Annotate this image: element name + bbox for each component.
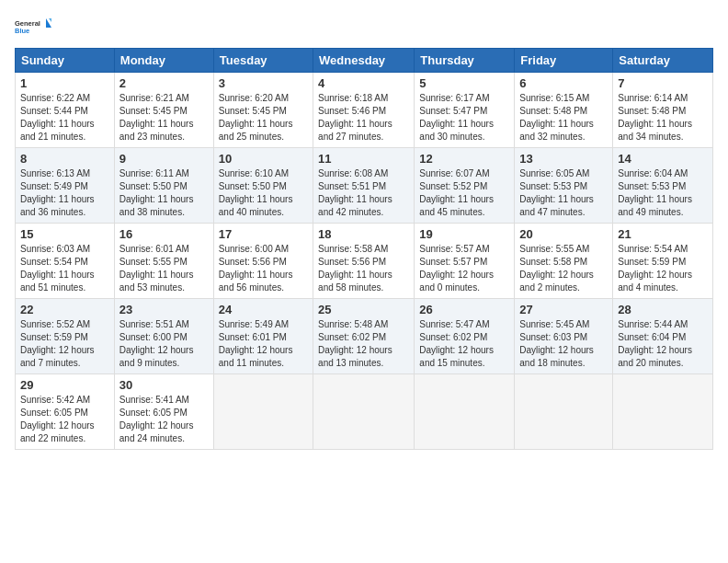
day-cell — [213, 374, 313, 450]
sunrise-label: Sunrise: 6:22 AM — [20, 93, 90, 103]
sunset-label: Sunset: 5:45 PM — [219, 106, 287, 116]
day-number: 21 — [618, 227, 708, 241]
sunset-label: Sunset: 6:05 PM — [119, 408, 188, 418]
day-info: Sunrise: 6:01 AM Sunset: 5:55 PM Dayligh… — [119, 243, 209, 294]
sunset-label: Sunset: 5:53 PM — [519, 181, 587, 191]
sunrise-label: Sunrise: 5:42 AM — [20, 395, 90, 405]
day-info: Sunrise: 6:08 AM Sunset: 5:51 PM Dayligh… — [318, 167, 409, 219]
day-number: 3 — [219, 76, 308, 90]
day-number: 29 — [20, 378, 109, 392]
day-number: 18 — [318, 227, 409, 241]
sunset-label: Sunset: 6:00 PM — [119, 332, 188, 342]
daylight-label: Daylight: 12 hours and 15 minutes. — [419, 345, 494, 368]
sunrise-label: Sunrise: 5:45 AM — [519, 319, 589, 329]
sunrise-label: Sunrise: 6:11 AM — [119, 168, 189, 178]
day-info: Sunrise: 6:17 AM Sunset: 5:47 PM Dayligh… — [419, 92, 509, 144]
daylight-label: Daylight: 11 hours and 56 minutes. — [219, 270, 293, 293]
day-number: 8 — [20, 152, 109, 166]
sunrise-label: Sunrise: 5:55 AM — [519, 244, 589, 254]
daylight-label: Daylight: 11 hours and 34 minutes. — [618, 119, 692, 142]
day-cell: 4 Sunrise: 6:18 AM Sunset: 5:46 PM Dayli… — [313, 73, 415, 148]
day-cell: 3 Sunrise: 6:20 AM Sunset: 5:45 PM Dayli… — [213, 73, 313, 148]
day-number: 6 — [519, 76, 608, 90]
day-info: Sunrise: 6:14 AM Sunset: 5:48 PM Dayligh… — [618, 92, 708, 144]
day-cell: 11 Sunrise: 6:08 AM Sunset: 5:51 PM Dayl… — [313, 148, 415, 224]
logo: General Blue — [15, 15, 51, 40]
sunset-label: Sunset: 6:02 PM — [318, 332, 386, 342]
sunset-label: Sunset: 5:56 PM — [219, 257, 287, 267]
day-info: Sunrise: 6:10 AM Sunset: 5:50 PM Dayligh… — [219, 167, 308, 219]
sunset-label: Sunset: 5:44 PM — [20, 106, 88, 116]
day-info: Sunrise: 5:47 AM Sunset: 6:02 PM Dayligh… — [419, 318, 509, 370]
sunset-label: Sunset: 5:52 PM — [419, 181, 487, 191]
day-cell: 14 Sunrise: 6:04 AM Sunset: 5:53 PM Dayl… — [613, 148, 713, 224]
weekday-header-row: SundayMondayTuesdayWednesdayThursdayFrid… — [16, 49, 713, 73]
daylight-label: Daylight: 12 hours and 9 minutes. — [119, 345, 194, 368]
weekday-wednesday: Wednesday — [313, 49, 415, 73]
sunset-label: Sunset: 6:01 PM — [219, 332, 287, 342]
day-number: 10 — [219, 152, 308, 166]
day-number: 4 — [318, 76, 409, 90]
day-cell — [613, 374, 713, 450]
day-number: 24 — [219, 303, 308, 316]
day-cell: 10 Sunrise: 6:10 AM Sunset: 5:50 PM Dayl… — [213, 148, 313, 224]
daylight-label: Daylight: 12 hours and 22 minutes. — [20, 420, 95, 443]
day-number: 25 — [318, 303, 409, 316]
sunrise-label: Sunrise: 5:58 AM — [318, 244, 388, 254]
sunset-label: Sunset: 5:50 PM — [119, 181, 188, 191]
daylight-label: Daylight: 11 hours and 36 minutes. — [20, 194, 95, 217]
sunset-label: Sunset: 6:04 PM — [618, 332, 686, 342]
daylight-label: Daylight: 11 hours and 27 minutes. — [318, 119, 392, 142]
sunrise-label: Sunrise: 5:51 AM — [119, 319, 189, 329]
daylight-label: Daylight: 11 hours and 47 minutes. — [519, 194, 594, 217]
day-number: 2 — [119, 76, 209, 90]
sunset-label: Sunset: 5:48 PM — [618, 106, 686, 116]
day-cell: 15 Sunrise: 6:03 AM Sunset: 5:54 PM Dayl… — [16, 224, 115, 299]
day-info: Sunrise: 5:55 AM Sunset: 5:58 PM Dayligh… — [519, 243, 608, 294]
sunrise-label: Sunrise: 5:52 AM — [20, 319, 90, 329]
day-cell: 12 Sunrise: 6:07 AM Sunset: 5:52 PM Dayl… — [415, 148, 515, 224]
sunrise-label: Sunrise: 5:44 AM — [618, 319, 688, 329]
sunset-label: Sunset: 5:46 PM — [318, 106, 386, 116]
day-cell: 8 Sunrise: 6:13 AM Sunset: 5:49 PM Dayli… — [16, 148, 115, 224]
week-row-4: 22 Sunrise: 5:52 AM Sunset: 5:59 PM Dayl… — [16, 299, 713, 374]
day-info: Sunrise: 6:15 AM Sunset: 5:48 PM Dayligh… — [519, 92, 608, 144]
daylight-label: Daylight: 12 hours and 24 minutes. — [119, 420, 194, 443]
sunset-label: Sunset: 5:47 PM — [419, 106, 487, 116]
sunrise-label: Sunrise: 5:48 AM — [318, 319, 388, 329]
daylight-label: Daylight: 12 hours and 4 minutes. — [618, 270, 692, 293]
sunset-label: Sunset: 5:45 PM — [119, 106, 188, 116]
sunrise-label: Sunrise: 6:21 AM — [119, 93, 189, 103]
day-info: Sunrise: 5:51 AM Sunset: 6:00 PM Dayligh… — [119, 318, 209, 370]
day-info: Sunrise: 5:44 AM Sunset: 6:04 PM Dayligh… — [618, 318, 708, 370]
day-info: Sunrise: 6:11 AM Sunset: 5:50 PM Dayligh… — [119, 167, 209, 219]
sunset-label: Sunset: 5:58 PM — [519, 257, 587, 267]
daylight-label: Daylight: 12 hours and 7 minutes. — [20, 345, 95, 368]
day-number: 28 — [618, 303, 708, 316]
sunrise-label: Sunrise: 5:49 AM — [219, 319, 289, 329]
sunrise-label: Sunrise: 5:47 AM — [419, 319, 489, 329]
day-number: 5 — [419, 76, 509, 90]
sunset-label: Sunset: 6:03 PM — [519, 332, 587, 342]
sunrise-label: Sunrise: 6:05 AM — [519, 168, 589, 178]
sunset-label: Sunset: 6:05 PM — [20, 408, 88, 418]
sunrise-label: Sunrise: 5:54 AM — [618, 244, 688, 254]
daylight-label: Daylight: 11 hours and 58 minutes. — [318, 270, 392, 293]
day-cell: 25 Sunrise: 5:48 AM Sunset: 6:02 PM Dayl… — [313, 299, 415, 374]
sunset-label: Sunset: 5:50 PM — [219, 181, 287, 191]
sunrise-label: Sunrise: 6:20 AM — [219, 93, 289, 103]
day-cell: 24 Sunrise: 5:49 AM Sunset: 6:01 PM Dayl… — [213, 299, 313, 374]
day-number: 20 — [519, 227, 608, 241]
day-number: 15 — [20, 227, 109, 241]
day-number: 11 — [318, 152, 409, 166]
header: General Blue — [15, 15, 713, 40]
day-number: 1 — [20, 76, 109, 90]
day-number: 14 — [618, 152, 708, 166]
day-info: Sunrise: 6:13 AM Sunset: 5:49 PM Dayligh… — [20, 167, 109, 219]
day-info: Sunrise: 6:04 AM Sunset: 5:53 PM Dayligh… — [618, 167, 708, 219]
day-cell: 22 Sunrise: 5:52 AM Sunset: 5:59 PM Dayl… — [16, 299, 115, 374]
day-cell: 9 Sunrise: 6:11 AM Sunset: 5:50 PM Dayli… — [114, 148, 213, 224]
weekday-thursday: Thursday — [415, 49, 515, 73]
daylight-label: Daylight: 11 hours and 25 minutes. — [219, 119, 293, 142]
daylight-label: Daylight: 11 hours and 23 minutes. — [119, 119, 194, 142]
